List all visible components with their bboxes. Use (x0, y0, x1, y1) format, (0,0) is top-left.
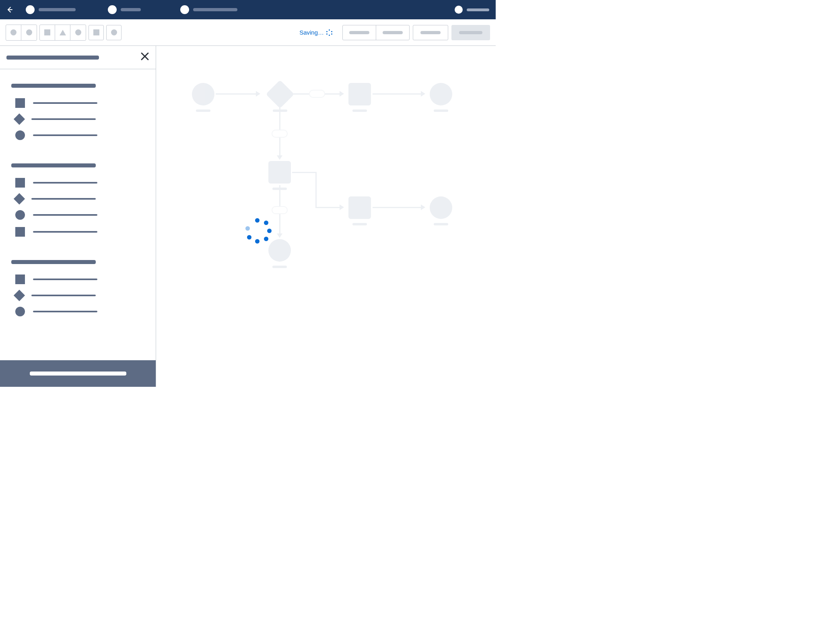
circle-icon (26, 29, 32, 35)
list-item[interactable] (15, 195, 144, 203)
circle-icon (15, 307, 25, 316)
toolbar-split-button (342, 25, 410, 40)
circle-icon (75, 29, 81, 35)
sidebar-footer-button[interactable] (0, 360, 156, 387)
square-icon (15, 98, 25, 108)
item-label (33, 182, 97, 184)
toolbar-secondary-button[interactable] (413, 25, 448, 40)
list-item[interactable] (15, 178, 144, 188)
tab-label (193, 8, 237, 11)
arrow-left-icon (6, 6, 13, 13)
square-icon (15, 275, 25, 284)
circle-icon (15, 210, 25, 220)
tool-group-1 (6, 25, 37, 41)
split-button-a[interactable] (343, 25, 376, 40)
nav-tab-2[interactable] (101, 0, 174, 19)
item-label (33, 214, 97, 216)
tool-triangle-button[interactable] (55, 25, 70, 40)
button-label (349, 31, 369, 34)
list-item[interactable] (15, 115, 144, 123)
footer-label (30, 372, 126, 376)
avatar-icon (108, 5, 117, 14)
item-label (31, 295, 96, 296)
square-icon (93, 29, 99, 35)
nav-user[interactable] (448, 0, 496, 19)
avatar-icon (180, 5, 189, 14)
back-button[interactable] (0, 0, 19, 19)
sidebar (0, 46, 156, 387)
tool-group-2 (39, 25, 86, 41)
saving-indicator: Saving… (299, 29, 333, 36)
button-label (459, 31, 482, 34)
saving-label: Saving… (299, 29, 324, 36)
item-label (33, 279, 97, 280)
list-item[interactable] (15, 227, 144, 237)
diamond-icon (14, 193, 25, 204)
button-label (383, 31, 403, 34)
item-label (31, 118, 96, 120)
nav-tab-1[interactable] (19, 0, 101, 19)
section-heading (11, 84, 96, 88)
square-icon (15, 178, 25, 188)
list-item[interactable] (15, 275, 144, 284)
split-button-b[interactable] (376, 25, 409, 40)
list-item[interactable] (15, 98, 144, 108)
sidebar-header (0, 46, 156, 69)
button-label (420, 31, 441, 34)
list-item[interactable] (15, 307, 144, 316)
list-item[interactable] (15, 291, 144, 299)
sidebar-title (6, 56, 99, 60)
circle-icon (15, 130, 25, 140)
square-icon (15, 227, 25, 237)
flowchart-background (156, 46, 496, 387)
tool-square-button[interactable] (40, 25, 55, 40)
user-avatar-icon (455, 6, 463, 14)
sidebar-body (0, 69, 156, 360)
nav-tab-3[interactable] (174, 0, 448, 19)
close-icon (140, 52, 149, 61)
item-label (33, 134, 97, 136)
spinner-icon (326, 29, 333, 36)
tool-circle-button[interactable] (70, 25, 86, 40)
triangle-icon (60, 30, 66, 35)
user-label (467, 8, 489, 11)
main (0, 46, 496, 387)
toolbar: Saving… (0, 19, 496, 46)
close-button[interactable] (140, 51, 149, 64)
circle-icon (111, 29, 117, 35)
tool-circle-button[interactable] (6, 25, 21, 40)
diamond-icon (14, 290, 25, 301)
section-heading (11, 163, 96, 167)
loading-spinner-icon (247, 218, 273, 244)
top-navbar (0, 0, 496, 19)
section-heading (11, 260, 96, 264)
tool-circle-button[interactable] (21, 25, 37, 40)
avatar-icon (26, 5, 35, 14)
tab-label (121, 8, 141, 11)
tool-circle-button[interactable] (106, 25, 122, 40)
toolbar-primary-button[interactable] (451, 25, 490, 40)
item-label (33, 102, 97, 104)
item-label (33, 311, 97, 312)
diamond-icon (14, 114, 25, 125)
item-label (31, 198, 96, 200)
square-icon (44, 29, 50, 35)
item-label (33, 231, 97, 233)
circle-icon (10, 29, 16, 35)
list-item[interactable] (15, 130, 144, 140)
tab-label (39, 8, 76, 11)
tool-square-button[interactable] (89, 25, 104, 40)
workflow-canvas[interactable] (156, 46, 496, 387)
list-item[interactable] (15, 210, 144, 220)
